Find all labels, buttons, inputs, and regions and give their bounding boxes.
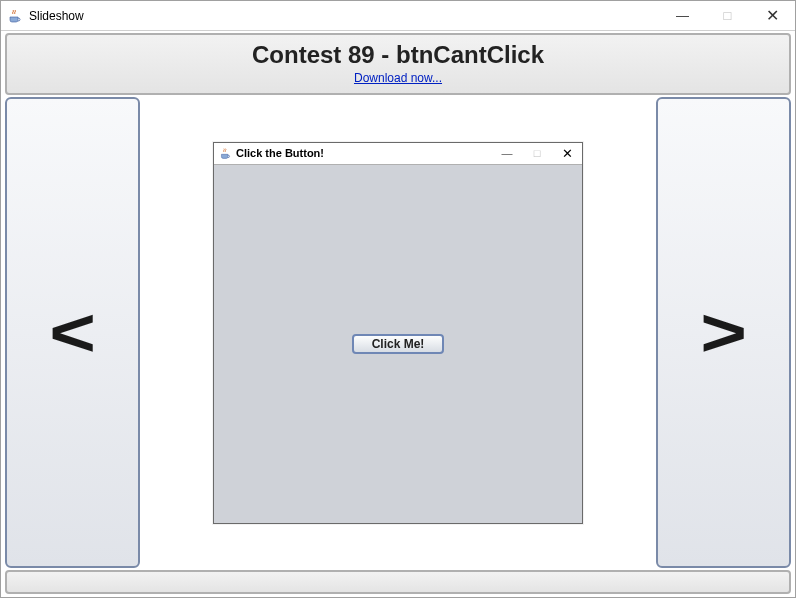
- slideshow-window: Slideshow — □ ✕ Contest 89 - btnCantClic…: [0, 0, 796, 598]
- maximize-button[interactable]: □: [705, 1, 750, 30]
- inner-close-button[interactable]: ✕: [552, 143, 582, 164]
- minimize-button[interactable]: —: [660, 1, 705, 30]
- inner-titlebar: Click the Button! — □ ✕: [214, 143, 582, 165]
- inner-window-title: Click the Button!: [236, 147, 324, 159]
- inner-window: Click the Button! — □ ✕ Click Me!: [213, 142, 583, 524]
- chevron-left-icon: <: [49, 299, 96, 367]
- java-icon: [218, 146, 232, 160]
- inner-window-body: Click Me!: [214, 165, 582, 523]
- close-button[interactable]: ✕: [750, 1, 795, 30]
- inner-maximize-button[interactable]: □: [522, 143, 552, 164]
- status-bar: [5, 570, 791, 594]
- java-icon: [7, 8, 23, 24]
- outer-window-controls: — □ ✕: [660, 1, 795, 30]
- slide-area: Click the Button! — □ ✕ Click Me!: [144, 97, 652, 568]
- click-me-button[interactable]: Click Me!: [352, 334, 445, 354]
- contest-title: Contest 89 - btnCantClick: [252, 41, 544, 69]
- outer-titlebar: Slideshow — □ ✕: [1, 1, 795, 31]
- next-button[interactable]: >: [656, 97, 791, 568]
- prev-button[interactable]: <: [5, 97, 140, 568]
- download-link[interactable]: Download now...: [354, 71, 442, 85]
- main-area: < Click the Button! —: [5, 97, 791, 568]
- inner-minimize-button[interactable]: —: [492, 143, 522, 164]
- outer-window-title: Slideshow: [29, 9, 84, 23]
- header-panel: Contest 89 - btnCantClick Download now..…: [5, 33, 791, 95]
- chevron-right-icon: >: [700, 299, 747, 367]
